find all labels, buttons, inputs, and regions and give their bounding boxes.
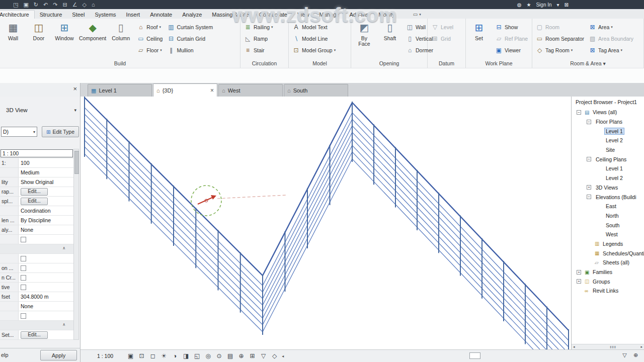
property-value[interactable]: Edit... bbox=[19, 187, 73, 196]
collapse-icon[interactable]: − bbox=[587, 120, 591, 124]
checkbox[interactable] bbox=[21, 265, 26, 271]
collapse-icon[interactable]: − bbox=[587, 157, 591, 161]
property-value[interactable]: Edit... bbox=[19, 197, 73, 206]
ribbon-tab-insert[interactable]: Insert bbox=[121, 11, 145, 19]
view-scale-button[interactable]: 1 : 100 bbox=[97, 353, 113, 359]
chevron-down-icon[interactable]: ▾ bbox=[611, 25, 613, 29]
view-tab-south[interactable]: ⌂South bbox=[284, 84, 348, 97]
scroll-left-icon[interactable]: ◂ bbox=[573, 344, 575, 349]
shaft-opening-button[interactable]: ▯Shaft bbox=[377, 21, 403, 41]
tree-item-floor-plans[interactable]: −Floor Plans bbox=[572, 117, 644, 127]
edit-button[interactable]: Edit... bbox=[21, 331, 48, 339]
show-work-plane-button[interactable]: ⊟Show bbox=[495, 23, 528, 31]
edit-type-button[interactable]: ⊞ Edit Type bbox=[42, 126, 79, 137]
shadows-icon[interactable]: ◑ bbox=[172, 352, 178, 359]
close-icon[interactable]: × bbox=[73, 85, 77, 92]
type-selector-combo[interactable]: D) ▾ bbox=[1, 127, 37, 137]
column-button[interactable]: ▯Column bbox=[108, 21, 133, 41]
tree-item-level-1[interactable]: Level 1 bbox=[572, 126, 644, 136]
view-tab-level-1[interactable]: ▦Level 1 bbox=[88, 84, 152, 97]
tree-item-sheets-all[interactable]: ▱Sheets (all) bbox=[572, 258, 644, 267]
tree-item-revit-links[interactable]: ∞Revit Links bbox=[572, 286, 644, 296]
property-value[interactable] bbox=[19, 263, 73, 273]
property-value-input[interactable]: 1 : 100 bbox=[1, 149, 73, 157]
ribbon-tab-architecture[interactable]: Architecture bbox=[0, 10, 35, 19]
scroll-right-icon[interactable]: ▸ bbox=[640, 344, 642, 349]
redo-icon[interactable]: ↷ bbox=[53, 0, 57, 9]
view-tab-west[interactable]: ⌂West bbox=[218, 84, 283, 97]
ribbon-tab-systems[interactable]: Systems bbox=[90, 11, 121, 19]
chevron-down-icon[interactable]: ▾ bbox=[160, 48, 162, 52]
tree-item-south[interactable]: South bbox=[572, 220, 644, 230]
property-value[interactable]: By Discipline bbox=[19, 216, 73, 225]
tree-item-groups[interactable]: +◫Groups bbox=[572, 277, 644, 286]
collapse-icon[interactable]: − bbox=[587, 195, 591, 199]
property-value[interactable] bbox=[19, 254, 73, 263]
tree-item-level-2[interactable]: Level 2 bbox=[572, 136, 644, 145]
chevron-down-icon[interactable]: ▾ bbox=[33, 130, 35, 134]
filter-icon[interactable]: ▽ bbox=[621, 352, 628, 358]
tree-item-ceiling-plans[interactable]: −Ceiling Plans bbox=[572, 154, 644, 164]
ribbon-tab-modify[interactable]: Modify bbox=[373, 11, 399, 19]
chevron-down-icon[interactable]: ▾ bbox=[557, 2, 559, 8]
lock-3d-view-icon[interactable]: ◻ bbox=[149, 352, 156, 359]
tree-item-west[interactable]: West bbox=[572, 230, 644, 239]
ribbon-tab-view[interactable]: View bbox=[292, 11, 314, 19]
crop-view-icon[interactable]: ⊡ bbox=[138, 352, 145, 359]
drawing-area[interactable] bbox=[80, 97, 571, 349]
ribbon-tab-annotate[interactable]: Annotate bbox=[145, 11, 177, 19]
save-icon[interactable]: ▣ bbox=[23, 0, 28, 9]
tree-item-3d-views[interactable]: +3D Views bbox=[572, 183, 644, 193]
scrollbar-thumb[interactable] bbox=[74, 151, 79, 174]
select-toggle-icon[interactable]: ⊕ bbox=[632, 352, 639, 358]
favorites-icon[interactable]: ★ bbox=[526, 2, 531, 8]
property-value[interactable]: Show Original bbox=[19, 177, 73, 187]
expand-icon[interactable]: + bbox=[577, 279, 581, 284]
stair-button[interactable]: ≡Stair bbox=[244, 46, 273, 54]
wall-button[interactable]: ▦Wall bbox=[1, 21, 26, 41]
ribbon-tab-collaborate[interactable]: Collaborate bbox=[254, 11, 292, 19]
tree-item-elevations-buildi[interactable]: −Elevations (Buildi bbox=[572, 192, 644, 202]
property-group-separator[interactable]: ∧ bbox=[0, 244, 73, 254]
ribbon-tab-manage[interactable]: Manage bbox=[314, 11, 345, 19]
tree-item-ceiling-level-1[interactable]: Level 1 bbox=[572, 164, 644, 173]
checkbox[interactable] bbox=[21, 313, 26, 319]
ceiling-button[interactable]: ▭Ceiling bbox=[137, 35, 163, 42]
reveal-constraints-icon[interactable]: ⊞ bbox=[249, 352, 256, 359]
chevron-down-icon[interactable]: ▾ bbox=[74, 108, 76, 113]
window-button[interactable]: ⊞Window bbox=[52, 21, 77, 41]
worksharing-display-icon[interactable]: ◇ bbox=[271, 352, 278, 359]
collapse-icon[interactable]: − bbox=[577, 110, 581, 115]
checkbox[interactable] bbox=[21, 285, 26, 290]
property-value[interactable]: None bbox=[19, 302, 73, 311]
ribbon-tab-structure[interactable]: Structure bbox=[35, 11, 67, 19]
tree-item-north[interactable]: North bbox=[572, 211, 644, 221]
property-value[interactable] bbox=[19, 273, 73, 282]
room-separator-button[interactable]: ▭Room Separator bbox=[536, 35, 584, 42]
tag-room-button[interactable]: ◇Tag Room▾ bbox=[536, 46, 584, 54]
door-button[interactable]: ◫Door bbox=[26, 21, 51, 41]
analytical-model-icon[interactable]: ▽ bbox=[260, 352, 267, 359]
tree-item-views-all[interactable]: −▤Views (all) bbox=[572, 108, 644, 117]
expand-icon[interactable]: + bbox=[577, 270, 581, 275]
model-text-button[interactable]: AModel Text bbox=[292, 23, 336, 31]
reveal-hidden-elements-icon[interactable]: ⊙ bbox=[216, 352, 222, 359]
property-group-separator[interactable]: ∧ bbox=[0, 321, 73, 330]
splitter-grip[interactable]: ▮▮▮ bbox=[610, 345, 616, 348]
model-group-button[interactable]: ⊡Model Group▾ bbox=[292, 46, 336, 54]
chevron-down-icon[interactable]: ▾ bbox=[571, 48, 573, 52]
ribbon-tab-massing-site[interactable]: Massing & Site bbox=[207, 11, 254, 19]
expand-icon[interactable]: + bbox=[587, 185, 591, 190]
ribbon-tab-steel[interactable]: Steel bbox=[67, 11, 90, 19]
work-plane-viewer-button[interactable]: ▣Viewer bbox=[495, 46, 528, 54]
project-browser-scrollbar[interactable]: ◂ ▮▮▮ ▸ bbox=[572, 344, 644, 349]
chevron-down-icon[interactable]: ▾ bbox=[621, 48, 623, 52]
edit-button[interactable]: Edit... bbox=[21, 198, 48, 205]
print-icon[interactable]: ⊟ bbox=[62, 0, 67, 9]
edit-button[interactable]: Edit... bbox=[21, 188, 48, 196]
tree-item-ceiling-level-2[interactable]: Level 2 bbox=[572, 173, 644, 183]
area-button[interactable]: ⊠Area▾ bbox=[589, 23, 633, 31]
tree-item-schedules-quanti[interactable]: ▦Schedules/Quanti bbox=[572, 248, 644, 258]
floor-button[interactable]: ▱Floor▾ bbox=[137, 46, 163, 54]
detail-level-icon[interactable]: ◱ bbox=[194, 352, 200, 359]
